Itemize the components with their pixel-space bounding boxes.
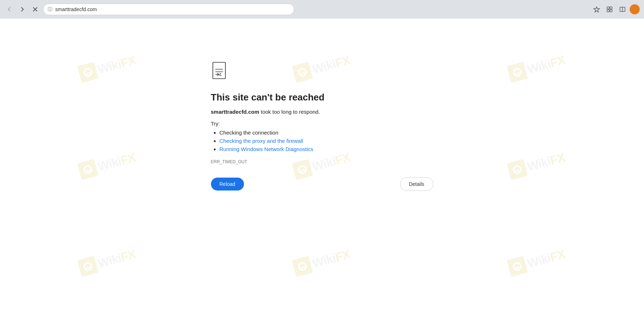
try-label: Try: — [211, 121, 433, 127]
svg-point-9 — [513, 68, 521, 77]
svg-point-13 — [83, 262, 92, 271]
error-subtitle-text: took too long to respond. — [259, 109, 320, 115]
svg-rect-4 — [610, 10, 612, 12]
details-button[interactable]: Details — [400, 177, 433, 191]
watermark-cell: WikiFX — [0, 90, 224, 239]
extensions-button[interactable] — [604, 4, 615, 15]
watermark-cell: WikiFX — [0, 187, 224, 310]
url-input[interactable] — [55, 6, 290, 12]
error-subtitle: smarttradecfd.com took too long to respo… — [211, 109, 433, 115]
back-button[interactable] — [4, 4, 14, 14]
split-screen-button[interactable] — [617, 4, 628, 15]
svg-rect-2 — [610, 7, 612, 9]
info-icon: ⓘ — [48, 6, 52, 13]
suggestion-link-diagnostics[interactable]: Running Windows Network Diagnostics — [220, 146, 314, 152]
suggestion-text-connection: Checking the connection — [220, 130, 278, 136]
toolbar-right — [591, 4, 640, 15]
svg-point-10 — [83, 165, 92, 174]
suggestion-item-connection: Checking the connection — [220, 130, 433, 136]
address-bar[interactable]: ⓘ — [43, 4, 294, 15]
suggestion-item-proxy[interactable]: Checking the proxy and the firewall — [220, 138, 433, 144]
svg-point-7 — [83, 68, 92, 77]
svg-rect-1 — [607, 7, 609, 9]
error-domain: smarttradecfd.com — [211, 109, 259, 115]
error-container: This site can't be reached smarttradecfd… — [204, 62, 441, 177]
svg-marker-0 — [594, 7, 600, 12]
browser-chrome: ⓘ — [0, 0, 644, 19]
suggestion-item-diagnostics[interactable]: Running Windows Network Diagnostics — [220, 146, 433, 152]
close-button[interactable] — [30, 4, 40, 14]
error-code: ERR_TIMED_OUT — [211, 159, 433, 164]
svg-point-14 — [298, 262, 307, 271]
svg-point-21 — [220, 73, 221, 75]
watermark-cell: WikiFX — [0, 19, 224, 142]
suggestion-link-proxy[interactable]: Checking the proxy and the firewall — [220, 138, 303, 144]
profile-button[interactable] — [630, 4, 640, 14]
svg-point-15 — [513, 262, 521, 271]
watermark-cell: WikiFX — [420, 187, 644, 310]
watermark-cell: WikiFX — [420, 90, 644, 239]
suggestions-list: Checking the connection Checking the pro… — [211, 130, 433, 152]
bookmark-button[interactable] — [591, 4, 602, 15]
error-title: This site can't be reached — [211, 92, 433, 103]
forward-button[interactable] — [17, 4, 27, 14]
reload-button[interactable]: Reload — [211, 178, 244, 191]
watermark-cell: WikiFX — [420, 19, 644, 142]
error-page-icon — [211, 62, 231, 82]
svg-point-20 — [217, 73, 218, 75]
button-row: Reload Details — [204, 177, 441, 191]
svg-point-12 — [513, 165, 521, 174]
watermark-cell: WikiFX — [206, 187, 438, 310]
page-content: WikiFX WikiFX — [0, 19, 644, 310]
svg-rect-3 — [607, 10, 609, 12]
svg-rect-16 — [213, 62, 225, 79]
